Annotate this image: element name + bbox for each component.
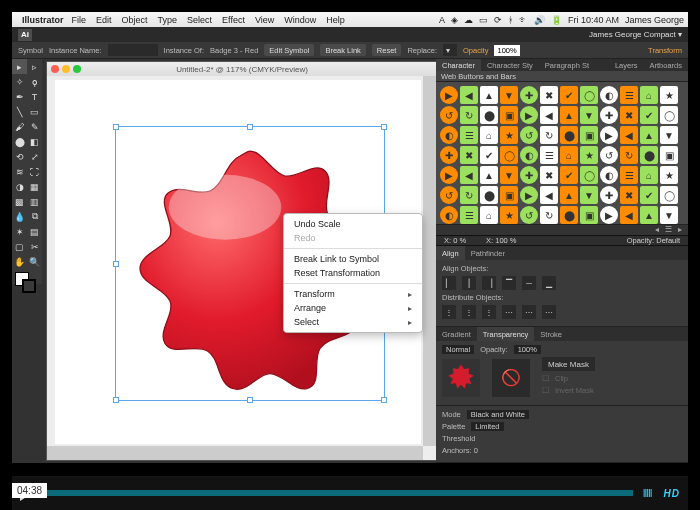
symbol-swatch[interactable]: ▲ [560,106,578,124]
symbol-swatch[interactable]: ⬤ [480,106,498,124]
workspace-switcher[interactable]: James George Compact ▾ [589,30,682,39]
blend-mode-dropdown[interactable]: Normal [442,345,474,354]
menu-type[interactable]: Type [158,15,178,25]
magic-wand-tool[interactable]: ✧ [12,74,27,89]
symbol-swatch[interactable]: ◀ [460,86,478,104]
symbol-swatch[interactable]: ☰ [620,86,638,104]
dist-hcenter-icon[interactable]: ⋯ [522,305,536,319]
symbol-swatch[interactable]: ◐ [520,146,538,164]
selection-tool[interactable]: ▸ [12,59,27,74]
align-bottom-icon[interactable]: ▁ [542,276,556,290]
zoom-tool[interactable]: 🔍 [27,254,42,269]
symbol-swatch[interactable]: ☰ [460,206,478,223]
tab-character[interactable]: Character [436,59,481,71]
width-tool[interactable]: ≋ [12,164,27,179]
hd-badge[interactable]: HD [664,488,680,499]
ctx-undo[interactable]: Undo Scale [284,217,422,231]
symbol-swatch[interactable]: ◀ [460,166,478,184]
menu-effect[interactable]: Effect [222,15,245,25]
ctx-reset-transform[interactable]: Reset Transformation [284,266,422,280]
rectangle-tool[interactable]: ▭ [27,104,42,119]
graph-tool[interactable]: ▤ [27,224,42,239]
symbol-swatch[interactable]: ↺ [520,206,538,223]
symbol-swatch[interactable]: ✚ [600,106,618,124]
symbol-swatch[interactable]: ✖ [460,146,478,164]
symbols-next-icon[interactable]: ▸ [678,225,682,234]
symbol-swatch[interactable]: ⌂ [640,166,658,184]
instance-name-input[interactable] [108,44,158,56]
symbol-swatch[interactable]: ✚ [440,146,458,164]
align-hcenter-icon[interactable]: ⎮ [462,276,476,290]
symbol-swatch[interactable]: ✖ [620,186,638,204]
symbol-swatch[interactable]: ★ [580,146,598,164]
symbol-swatch[interactable]: ◐ [600,86,618,104]
palette-dropdown[interactable]: Limited [471,422,503,431]
symbol-swatch[interactable]: ⌂ [560,146,578,164]
symbol-swatch[interactable]: ▶ [440,166,458,184]
symbol-swatch[interactable]: ▼ [660,126,678,144]
menu-select[interactable]: Select [187,15,212,25]
symbol-swatch[interactable]: ⬤ [640,146,658,164]
symbol-swatch[interactable]: ✔ [560,166,578,184]
align-right-icon[interactable]: ▕ [482,276,496,290]
fill-stroke-control[interactable] [12,269,42,297]
symbol-swatch[interactable]: ↺ [520,126,538,144]
symbol-swatch[interactable]: ▣ [580,126,598,144]
symbol-swatch[interactable]: ⌂ [480,126,498,144]
symbol-swatch[interactable]: ◯ [500,146,518,164]
close-window-icon[interactable] [51,65,59,73]
symbol-swatch[interactable]: ◯ [660,186,678,204]
replace-dropdown[interactable]: ▾ [443,44,457,56]
tab-artboards[interactable]: Artboards [643,59,688,71]
horizontal-scrollbar[interactable] [47,446,423,460]
symbol-swatch[interactable]: ▼ [500,166,518,184]
reset-button[interactable]: Reset [372,44,402,56]
bluetooth-icon[interactable]: ᚼ [508,15,513,25]
symbol-swatch[interactable]: ▼ [580,106,598,124]
symbol-swatch[interactable]: ▲ [560,186,578,204]
adobe-icon[interactable]: A [439,15,445,25]
symbol-swatch[interactable]: ★ [500,206,518,223]
symbol-sprayer-tool[interactable]: ✶ [12,224,27,239]
symbol-swatch[interactable]: ✖ [540,166,558,184]
symbol-swatch[interactable]: ⬤ [480,186,498,204]
tab-paragraph-styles[interactable]: Paragraph St [539,59,595,71]
symbols-menu-icon[interactable]: ☰ [665,225,672,234]
symbol-swatch[interactable]: ☰ [620,166,638,184]
blob-brush-tool[interactable]: ⬤ [12,134,27,149]
symbol-swatch[interactable]: ★ [660,86,678,104]
menu-help[interactable]: Help [326,15,345,25]
symbol-swatch[interactable]: ↻ [540,206,558,223]
wifi-icon[interactable]: ᯤ [519,15,528,25]
symbol-swatch[interactable]: ▶ [600,206,618,223]
tab-character-styles[interactable]: Character Sty [481,59,539,71]
type-tool[interactable]: T [27,89,42,104]
tab-gradient[interactable]: Gradient [436,327,477,341]
symbol-swatch[interactable]: ▲ [640,126,658,144]
volume-icon[interactable]: 🔊 [534,15,545,25]
free-transform-tool[interactable]: ⛶ [27,164,42,179]
pen-tool[interactable]: ✒ [12,89,27,104]
symbol-swatch[interactable]: ↻ [540,126,558,144]
sync-icon[interactable]: ⟳ [494,15,502,25]
menu-edit[interactable]: Edit [96,15,112,25]
menu-file[interactable]: File [72,15,87,25]
ctx-select[interactable]: Select [284,315,422,329]
ctx-break-link[interactable]: Break Link to Symbol [284,252,422,266]
symbol-swatch[interactable]: ☰ [540,146,558,164]
trans-opacity-input[interactable]: 100% [514,345,541,354]
ctx-transform[interactable]: Transform [284,287,422,301]
symbol-swatch[interactable]: ◯ [580,166,598,184]
menu-object[interactable]: Object [122,15,148,25]
symbol-swatch[interactable]: ↺ [440,186,458,204]
symbol-swatch[interactable]: ⌂ [480,206,498,223]
transform-link[interactable]: Transform [648,46,682,55]
symbol-swatch[interactable]: ↺ [600,146,618,164]
app-name[interactable]: Illustrator [22,15,64,25]
lasso-tool[interactable]: ϙ [27,74,42,89]
resize-handle-tl[interactable] [113,124,119,130]
tab-layers[interactable]: Layers [609,59,644,71]
symbol-swatch[interactable]: ◯ [660,106,678,124]
mesh-tool[interactable]: ▩ [12,194,27,209]
opacity-value-input[interactable]: 100% [494,45,519,56]
